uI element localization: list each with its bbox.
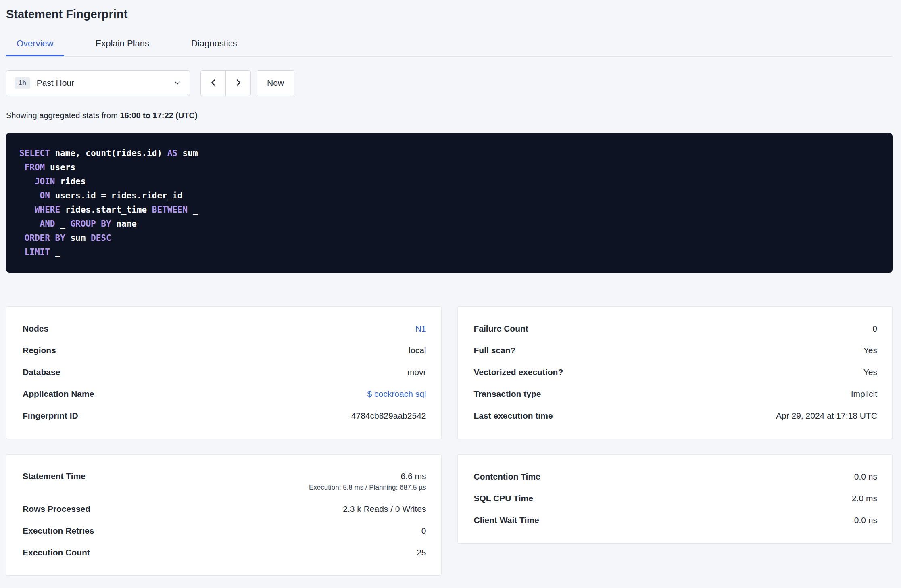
- statement-fingerprint-page: Statement Fingerprint Overview Explain P…: [0, 8, 901, 576]
- row-value: Apr 29, 2024 at 17:18 UTC: [776, 411, 877, 421]
- row-label: Contention Time: [474, 472, 540, 482]
- contention-time-row: Contention Time 0.0 ns: [474, 466, 878, 488]
- row-value: 2.3 k Reads / 0 Writes: [343, 504, 426, 514]
- tab-overview[interactable]: Overview: [6, 33, 64, 56]
- tab-explain-plans[interactable]: Explain Plans: [85, 33, 160, 56]
- vectorized-execution-row: Vectorized execution? Yes: [474, 361, 878, 383]
- statement-time-row: Statement Time 6.6 ms Execution: 5.8 ms …: [23, 466, 426, 498]
- time-range-picker[interactable]: 1h Past Hour: [6, 70, 190, 96]
- failure-count-row: Failure Count 0: [474, 318, 878, 340]
- summary-cards: Nodes N1 Regions local Database movr App…: [6, 306, 893, 576]
- time-controls: 1h Past Hour Now: [6, 70, 893, 96]
- row-value: Yes: [863, 367, 877, 377]
- row-value: 25: [417, 548, 426, 557]
- execution-attributes-card: Failure Count 0 Full scan? Yes Vectorize…: [457, 306, 893, 439]
- chevron-right-icon: [234, 78, 243, 88]
- row-label: Full scan?: [474, 346, 516, 355]
- row-label: Regions: [23, 346, 56, 355]
- row-label: Database: [23, 367, 60, 377]
- client-wait-time-row: Client Wait Time 0.0 ns: [474, 509, 878, 531]
- statement-timing-card: Statement Time 6.6 ms Execution: 5.8 ms …: [6, 454, 442, 576]
- row-label: Execution Count: [23, 548, 90, 557]
- fingerprint-id-row: Fingerprint ID 4784cb829aab2542: [23, 405, 426, 427]
- row-label: Execution Retries: [23, 526, 94, 536]
- time-range-badge: 1h: [15, 77, 30, 89]
- row-label: Application Name: [23, 389, 94, 399]
- previous-interval-button[interactable]: [200, 70, 226, 96]
- nodes-link[interactable]: N1: [415, 324, 426, 334]
- row-value: 2.0 ms: [852, 494, 877, 503]
- wait-time-card: Contention Time 0.0 ns SQL CPU Time 2.0 …: [457, 454, 893, 544]
- now-button[interactable]: Now: [257, 70, 294, 96]
- tab-diagnostics[interactable]: Diagnostics: [181, 33, 248, 56]
- sql-cpu-time-row: SQL CPU Time 2.0 ms: [474, 488, 878, 509]
- stats-line-range: 16:00 to 17:22 (UTC): [120, 111, 197, 120]
- aggregated-stats-line: Showing aggregated stats from 16:00 to 1…: [6, 111, 893, 120]
- row-value: 0.0 ns: [854, 515, 877, 525]
- row-label: Fingerprint ID: [23, 411, 78, 421]
- page-title: Statement Fingerprint: [6, 8, 893, 21]
- row-label: Transaction type: [474, 389, 541, 399]
- row-value: Implicit: [851, 389, 877, 399]
- next-interval-button[interactable]: [225, 70, 251, 96]
- row-value: Yes: [863, 346, 877, 355]
- application-name-link[interactable]: $ cockroach sql: [367, 389, 426, 399]
- execution-retries-row: Execution Retries 0: [23, 520, 426, 542]
- transaction-type-row: Transaction type Implicit: [474, 383, 878, 405]
- row-label: SQL CPU Time: [474, 494, 533, 503]
- chevron-down-icon: [173, 79, 181, 87]
- stats-line-prefix: Showing aggregated stats from: [6, 111, 120, 120]
- row-label: Last execution time: [474, 411, 553, 421]
- tab-bar: Overview Explain Plans Diagnostics: [6, 33, 893, 57]
- row-value: movr: [407, 367, 426, 377]
- execution-count-row: Execution Count 25: [23, 542, 426, 563]
- last-execution-time-row: Last execution time Apr 29, 2024 at 17:1…: [474, 405, 878, 427]
- time-range-label: Past Hour: [37, 78, 74, 88]
- row-label: Statement Time: [23, 471, 86, 481]
- full-scan-row: Full scan? Yes: [474, 340, 878, 361]
- row-value: 0: [872, 324, 877, 334]
- row-value: local: [409, 346, 426, 355]
- time-step-buttons: [200, 70, 251, 96]
- regions-row: Regions local: [23, 340, 426, 361]
- nodes-row: Nodes N1: [23, 318, 426, 340]
- statement-time-breakdown: Execution: 5.8 ms / Planning: 687.5 µs: [309, 484, 426, 492]
- row-label: Failure Count: [474, 324, 528, 334]
- row-value: 0: [421, 526, 426, 536]
- row-label: Nodes: [23, 324, 48, 334]
- statement-details-card: Nodes N1 Regions local Database movr App…: [6, 306, 442, 439]
- rows-processed-row: Rows Processed 2.3 k Reads / 0 Writes: [23, 498, 426, 520]
- row-value: 6.6 ms: [400, 471, 426, 481]
- row-value: 4784cb829aab2542: [351, 411, 426, 421]
- row-label: Rows Processed: [23, 504, 90, 514]
- sql-statement: SELECT name, count(rides.id) AS sum FROM…: [6, 133, 893, 273]
- row-label: Client Wait Time: [474, 515, 539, 525]
- statement-time-values: 6.6 ms Execution: 5.8 ms / Planning: 687…: [309, 471, 426, 492]
- database-row: Database movr: [23, 361, 426, 383]
- row-value: 0.0 ns: [854, 472, 877, 482]
- chevron-left-icon: [209, 78, 218, 88]
- row-label: Vectorized execution?: [474, 367, 563, 377]
- application-name-row: Application Name $ cockroach sql: [23, 383, 426, 405]
